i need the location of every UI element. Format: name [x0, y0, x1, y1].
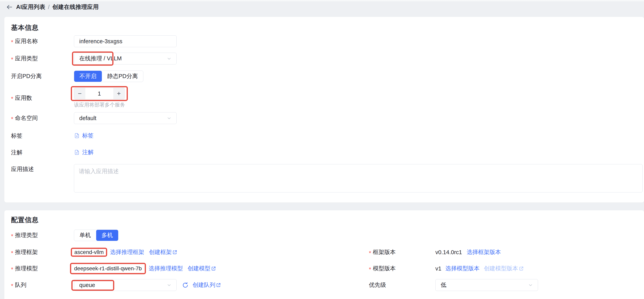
config-info-card: 配置信息 * 推理类型 单机 多机 * 推理框架 ascend-vllm 选择推… [4, 210, 644, 299]
create-queue-link-text: 创建队列 [192, 281, 215, 289]
add-tag-link[interactable]: 标签 [74, 132, 94, 140]
field-label-text: 推理模型 [15, 264, 38, 272]
create-model-link[interactable]: 创建模型 [187, 264, 216, 272]
model-version-label: * 模型版本 [369, 264, 435, 272]
app-type-row: * 应用类型 在线推理 / VLLM [11, 53, 644, 64]
field-label-text: 应用类型 [15, 55, 38, 62]
field-label-text: 注解 [11, 148, 22, 156]
annotations-label: 注解 [11, 148, 74, 156]
inference-type-single[interactable]: 单机 [74, 230, 96, 241]
required-marker: * [11, 266, 13, 272]
app-type-select[interactable]: 在线推理 / VLLM [74, 53, 176, 64]
framework-version-label: * 框架版本 [369, 248, 435, 256]
select-model-link[interactable]: 选择推理模型 [149, 264, 183, 272]
namespace-value: default [79, 115, 96, 122]
queue-select[interactable]: queue [74, 279, 176, 291]
create-queue-link[interactable]: 创建队列 [192, 281, 221, 289]
field-label-text: 优先级 [369, 281, 386, 289]
queue-value: queue [79, 282, 95, 288]
page-title: 创建在线推理应用 [52, 3, 99, 11]
create-model-version-link[interactable]: 创建模型版本 [484, 264, 524, 272]
queue-label: * 队列 [11, 281, 74, 289]
field-label-text: 推理类型 [15, 232, 38, 239]
annotation-add-icon [74, 150, 80, 155]
required-marker: * [11, 233, 13, 239]
field-label-text: 模型版本 [373, 264, 396, 272]
app-type-label: * 应用类型 [11, 55, 74, 62]
annotations-row: 注解 注解 [11, 148, 644, 156]
tag-add-icon [74, 133, 80, 138]
description-textarea[interactable] [74, 164, 642, 192]
namespace-select[interactable]: default [74, 112, 176, 124]
create-model-version-link-text: 创建模型版本 [484, 264, 518, 272]
annotation-box-model: deepseek-r1-distill-qwen-7b [70, 263, 146, 274]
chevron-down-icon [166, 282, 172, 288]
required-marker: * [11, 250, 13, 256]
namespace-label: * 命名空间 [11, 114, 74, 122]
external-link-icon [211, 266, 216, 271]
refresh-icon [182, 282, 188, 288]
create-framework-link[interactable]: 创建框架 [148, 248, 177, 256]
required-marker: * [11, 39, 13, 45]
decrement-button[interactable]: − [74, 88, 85, 99]
chevron-down-icon [166, 115, 172, 121]
app-count-value[interactable]: 1 [85, 88, 113, 99]
required-marker: * [11, 56, 13, 62]
field-label-text: 队列 [15, 281, 26, 289]
required-marker: * [369, 250, 371, 256]
tags-row: 标签 标签 [11, 132, 644, 139]
field-label-text: 命名空间 [15, 114, 38, 122]
breadcrumb: AI应用列表 / 创建在线推理应用 [0, 0, 644, 14]
namespace-row: * 命名空间 default [11, 112, 644, 124]
app-type-value: 在线推理 / VLLM [79, 55, 122, 62]
external-link-icon [518, 266, 524, 271]
app-name-input[interactable] [74, 36, 176, 47]
chevron-down-icon [528, 282, 534, 288]
app-count-hint: 该应用将部署多个服务 [74, 102, 644, 108]
required-marker: * [11, 116, 13, 122]
field-label-text: 开启PD分离 [11, 72, 42, 80]
increment-button[interactable]: + [113, 88, 124, 99]
select-model-version-link[interactable]: 选择模型版本 [446, 264, 480, 272]
priority-value: 低 [441, 281, 446, 289]
model-row: * 推理模型 deepseek-r1-distill-qwen-7b 选择推理模… [11, 263, 644, 274]
app-name-label: * 应用名称 [11, 37, 74, 45]
description-label: 应用描述 [11, 165, 74, 173]
add-annotation-link[interactable]: 注解 [74, 148, 94, 156]
breadcrumb-separator: / [48, 4, 50, 10]
back-button[interactable] [6, 4, 13, 10]
app-name-row: * 应用名称 [11, 36, 644, 47]
pd-option-static[interactable]: 静态PD分离 [102, 71, 143, 82]
required-marker: * [369, 266, 371, 272]
priority-select[interactable]: 低 [435, 279, 538, 291]
priority-label: 优先级 [369, 281, 435, 289]
queue-row: * 队列 queue 创建队列 [11, 279, 644, 291]
field-label-text: 应用名称 [15, 37, 38, 45]
select-framework-version-link[interactable]: 选择框架版本 [467, 248, 501, 256]
description-row: 应用描述 [11, 164, 644, 192]
required-marker: * [11, 96, 13, 102]
pd-option-off[interactable]: 不开启 [74, 71, 102, 82]
select-framework-link[interactable]: 选择推理框架 [110, 248, 144, 256]
inference-type-multi[interactable]: 多机 [96, 230, 118, 241]
refresh-queue-button[interactable] [182, 282, 188, 288]
basic-section-title: 基本信息 [11, 17, 644, 32]
model-version-value: v1 [435, 266, 442, 272]
arrow-left-icon [6, 4, 13, 10]
inference-type-label: * 推理类型 [11, 232, 74, 239]
annotation-box-framework: ascend-vllm [71, 248, 107, 257]
model-label: * 推理模型 [11, 264, 74, 272]
framework-version-value: v0.14.0rc1 [435, 249, 462, 256]
create-framework-link-text: 创建框架 [149, 248, 172, 256]
framework-row: * 推理框架 ascend-vllm 选择推理框架 创建框架 * 框架版本 v0… [11, 248, 644, 257]
framework-value: ascend-vllm [74, 249, 104, 255]
add-annotation-link-text: 注解 [82, 148, 94, 156]
required-marker: * [11, 283, 13, 289]
pd-separation-toggle: 不开启 静态PD分离 [74, 70, 143, 82]
field-label-text: 标签 [11, 132, 22, 140]
chevron-down-icon [166, 56, 172, 62]
inference-type-row: * 推理类型 单机 多机 [11, 230, 644, 241]
add-tag-link-text: 标签 [82, 132, 94, 140]
breadcrumb-parent[interactable]: AI应用列表 [16, 3, 45, 11]
basic-info-card: 基本信息 * 应用名称 * 应用类型 在线推理 / VLLM 开启PD分离 [4, 17, 644, 202]
